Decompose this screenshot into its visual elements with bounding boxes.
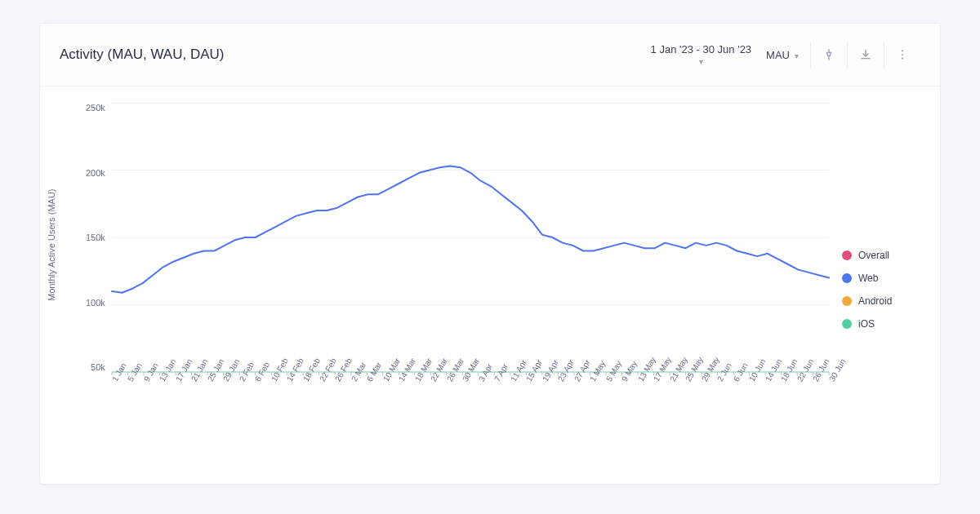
legend-label: Overall <box>858 250 889 261</box>
y-axis-label: Monthly Active Users (MAU) <box>47 188 56 301</box>
legend-label: Android <box>858 295 892 307</box>
y-tick: 100k <box>86 298 105 308</box>
legend-swatch <box>842 250 852 260</box>
y-tick: 250k <box>86 103 105 113</box>
legend-swatch <box>842 319 852 329</box>
download-icon <box>859 48 872 61</box>
more-button[interactable] <box>884 38 920 71</box>
pin-icon <box>822 48 835 61</box>
metric-label: MAU <box>766 49 790 61</box>
metric-dropdown[interactable]: MAU ▾ <box>766 49 799 61</box>
svg-point-0 <box>902 50 903 51</box>
legend-swatch <box>842 273 852 283</box>
legend-item[interactable]: iOS <box>842 318 920 330</box>
date-range-picker[interactable]: 1 Jan '23 - 30 Jun '23 ▾ <box>651 43 752 66</box>
card-title: Activity (MAU, WAU, DAU) <box>60 47 224 63</box>
download-button[interactable] <box>848 38 884 71</box>
header-controls: 1 Jan '23 - 30 Jun '23 ▾ MAU ▾ <box>651 38 920 71</box>
chart-area: Monthly Active Users (MAU) 250k200k150k1… <box>40 86 940 484</box>
legend-swatch <box>842 296 852 306</box>
y-axis-ticks: 250k200k150k100k50k <box>86 103 112 372</box>
line-chart-svg <box>112 103 829 374</box>
svg-point-2 <box>902 58 903 60</box>
legend: OverallWebAndroidiOS <box>842 103 920 476</box>
legend-item[interactable]: Android <box>842 295 920 307</box>
y-tick: 50k <box>91 362 105 372</box>
svg-point-1 <box>902 54 903 55</box>
legend-item[interactable]: Web <box>842 273 920 284</box>
plot: 1 Jan5 Jan9 Jan13 Jan17 Jan21 Jan25 Jan2… <box>112 103 829 476</box>
card-header: Activity (MAU, WAU, DAU) 1 Jan '23 - 30 … <box>40 24 940 86</box>
pin-button[interactable] <box>811 38 847 71</box>
y-tick: 200k <box>86 168 105 178</box>
chevron-down-icon: ▾ <box>795 51 799 60</box>
series-line-web <box>112 166 829 293</box>
y-tick: 150k <box>86 233 105 242</box>
activity-card: Activity (MAU, WAU, DAU) 1 Jan '23 - 30 … <box>39 23 941 485</box>
legend-label: iOS <box>858 318 875 330</box>
date-range-label: 1 Jan '23 - 30 Jun '23 <box>651 43 752 55</box>
plot-wrap: 250k200k150k100k50k 1 Jan5 Jan9 Jan13 Ja… <box>86 103 829 476</box>
legend-item[interactable]: Overall <box>842 250 920 261</box>
chevron-down-icon: ▾ <box>699 57 703 66</box>
legend-label: Web <box>858 273 878 284</box>
more-vertical-icon <box>896 48 909 61</box>
